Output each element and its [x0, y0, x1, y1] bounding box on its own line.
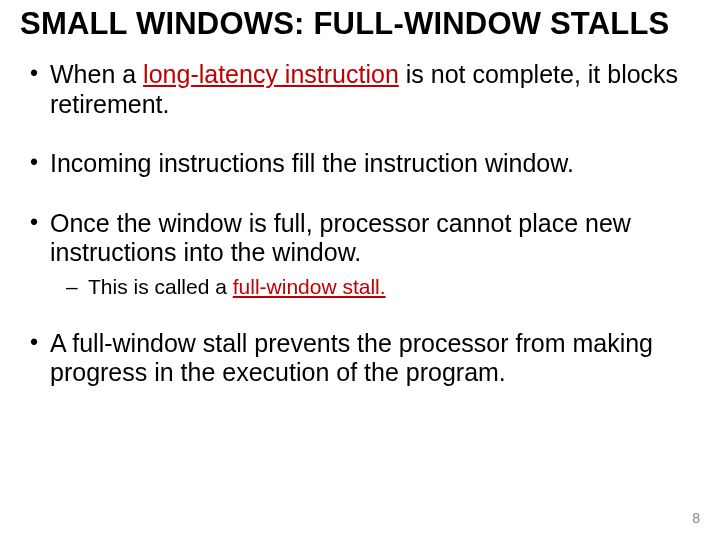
highlight-term: full-window stall.: [233, 275, 386, 298]
bullet-text-pre: When a: [50, 60, 143, 88]
highlight-term: long-latency instruction: [143, 60, 399, 88]
slide-title: SMALL WINDOWS: FULL-WINDOW STALLS: [20, 6, 700, 42]
bullet-item: A full-window stall prevents the process…: [20, 329, 700, 388]
bullet-item: Once the window is full, processor canno…: [20, 209, 700, 299]
bullet-text: Incoming instructions fill the instructi…: [50, 149, 574, 177]
bullet-list: When a long-latency instruction is not c…: [20, 60, 700, 388]
page-number: 8: [692, 510, 700, 526]
bullet-item: Incoming instructions fill the instructi…: [20, 149, 700, 179]
sub-bullet-item: This is called a full-window stall.: [66, 274, 700, 299]
bullet-text: A full-window stall prevents the process…: [50, 329, 653, 387]
sub-bullet-list: This is called a full-window stall.: [50, 274, 700, 299]
sub-bullet-text-pre: This is called a: [88, 275, 233, 298]
bullet-text: Once the window is full, processor canno…: [50, 209, 631, 267]
bullet-item: When a long-latency instruction is not c…: [20, 60, 700, 119]
slide: SMALL WINDOWS: FULL-WINDOW STALLS When a…: [0, 0, 720, 540]
